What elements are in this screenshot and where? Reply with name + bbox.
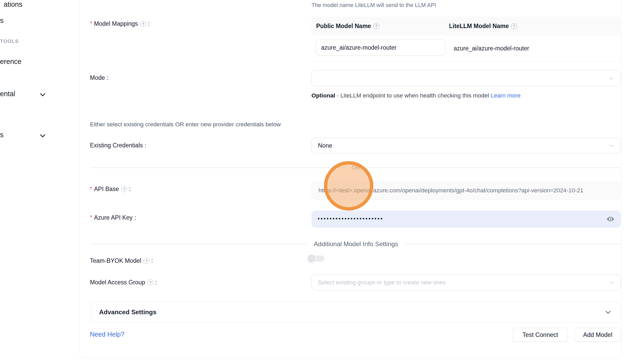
required-asterisk: * <box>90 185 92 192</box>
azure-api-key-label: * Azure API Key : <box>90 214 136 221</box>
team-byok-toggle-knob[interactable] <box>307 254 316 263</box>
sidebar-item-truncated-2[interactable]: s <box>0 17 4 25</box>
column-divider <box>449 21 450 31</box>
table-header-row: Public Model Name ? LiteLLM Model Name ? <box>311 17 621 35</box>
azure-api-key-input[interactable]: •••••••••••••••••••••• <box>311 211 621 228</box>
help-icon[interactable]: ? <box>511 23 517 29</box>
additional-model-info-divider: Additional Model Info Settings <box>91 240 621 248</box>
sidebar-item-truncated-5[interactable]: s <box>0 131 4 139</box>
column-header-public-model-name: Public Model Name ? <box>311 23 444 30</box>
sidebar-section-tools: TOOLS <box>0 38 19 44</box>
api-base-label: * API Base ? : <box>90 186 131 193</box>
litellm-model-name-helper: The model name LiteLLM will send to the … <box>311 2 436 9</box>
sidebar-item-truncated-3[interactable]: erence <box>0 58 22 66</box>
existing-credentials-select[interactable]: None <box>311 138 621 153</box>
mode-help-text: Optional - LiteLLM endpoint to use when … <box>311 90 530 101</box>
advanced-settings-label: Advanced Settings <box>99 309 157 316</box>
masked-api-key: •••••••••••••••••••••• <box>318 216 383 222</box>
model-mappings-label: * Model Mappings ? : <box>90 20 150 27</box>
test-connect-button[interactable]: Test Connect <box>513 328 568 342</box>
model-access-group-placeholder: Select existing groups or type to create… <box>318 279 446 286</box>
need-help-link[interactable]: Need Help? <box>90 331 124 338</box>
column-header-litellm-model-name: LiteLLM Model Name ? <box>444 23 517 30</box>
table-body-row: azure_ai/azure-model-router <box>311 35 621 62</box>
mode-label: Mode : <box>90 74 108 81</box>
existing-credentials-value: None <box>318 142 332 149</box>
public-model-name-input[interactable] <box>316 40 446 56</box>
advanced-settings-panel[interactable]: Advanced Settings <box>91 302 621 322</box>
chevron-down-icon[interactable] <box>39 91 46 98</box>
litellm-model-name-value: azure_ai/azure-model-router <box>454 35 529 61</box>
help-icon[interactable]: ? <box>373 23 379 29</box>
required-asterisk: * <box>90 214 92 221</box>
chevron-down-icon <box>609 143 614 148</box>
team-byok-label: Team-BYOK Model ? : <box>90 257 153 264</box>
eye-icon[interactable] <box>606 215 615 223</box>
sidebar-item-truncated-1[interactable]: ations <box>4 1 22 9</box>
mode-select[interactable] <box>311 70 621 86</box>
learn-more-link[interactable]: Learn more <box>491 92 521 99</box>
existing-credentials-label: Existing Credentials : <box>90 142 146 149</box>
or-divider: OR <box>91 164 621 171</box>
credentials-note: Either select existing credentials OR en… <box>90 121 281 128</box>
model-access-group-label: Model Access Group ? : <box>90 279 157 286</box>
chevron-down-icon <box>604 309 612 316</box>
model-access-group-select[interactable]: Select existing groups or type to create… <box>311 274 621 291</box>
api-base-input[interactable]: https://<test>.openai.azure.com/openai/d… <box>311 181 621 200</box>
help-icon[interactable]: ? <box>147 279 153 285</box>
sidebar-item-truncated-4[interactable]: ental <box>0 90 15 98</box>
chevron-down-icon <box>609 75 614 81</box>
help-icon[interactable]: ? <box>140 21 146 27</box>
add-model-button[interactable]: Add Model <box>575 328 621 342</box>
chevron-down-icon[interactable] <box>39 132 46 139</box>
help-icon[interactable]: ? <box>144 258 149 264</box>
required-asterisk: * <box>90 20 92 27</box>
help-icon[interactable]: ? <box>121 186 127 192</box>
chevron-down-icon <box>609 280 614 285</box>
model-mappings-table: Public Model Name ? LiteLLM Model Name ?… <box>311 17 621 62</box>
